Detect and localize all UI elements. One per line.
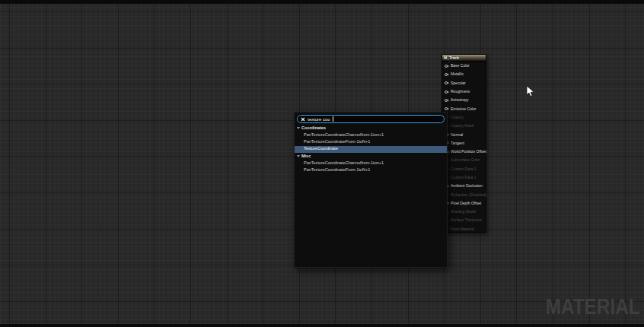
node-pin-row[interactable]: Specular	[442, 79, 486, 87]
result-item-selected[interactable]: TextureCoordinate	[295, 146, 447, 153]
pin-circle-arrow-icon[interactable]	[445, 81, 449, 85]
text-caret	[333, 116, 333, 122]
pin-circle-arrow-icon[interactable]	[445, 106, 449, 111]
mouse-cursor-icon	[526, 85, 535, 98]
group-label: Misc	[301, 154, 311, 159]
pin-label: Pixel Depth Offset	[451, 202, 481, 205]
pin-label: Metallic	[451, 72, 464, 76]
node-pin-row[interactable]: Front Material	[442, 225, 486, 233]
pin-label: Base Color	[451, 64, 470, 68]
result-item[interactable]: PanTextureCoordinateFrom-1toN+1	[295, 167, 447, 173]
node-pin-row[interactable]: Opacity	[442, 113, 486, 122]
pin-label: Custom Data 0	[451, 167, 476, 171]
node-title: M_Track	[444, 56, 459, 60]
letterbox-top	[0, 0, 644, 4]
node-pin-row[interactable]: Ambient Occlusion	[442, 182, 486, 190]
material-result-node[interactable]: M_Track Base ColorMetallicSpecularRoughn…	[442, 54, 486, 233]
pin-label: Shading Model	[451, 210, 476, 214]
pin-label: Emissive Color	[451, 107, 476, 111]
pin-label: Custom Data 1	[451, 176, 476, 179]
pin-label: Anisotropy	[451, 98, 469, 102]
pin-label: Roughness	[451, 90, 470, 94]
pin-circle-arrow-icon[interactable]	[445, 98, 449, 103]
letterbox-bottom	[0, 324, 644, 327]
pin-label: Subsurface Color	[451, 158, 480, 162]
node-pin-row[interactable]: Tangent	[442, 139, 486, 148]
node-pin-row[interactable]: Base Color	[442, 62, 486, 70]
pin-label: Specular	[451, 81, 466, 85]
node-pin-row[interactable]: Metallic	[442, 70, 486, 78]
node-pin-row[interactable]: Pixel Depth Offset	[442, 199, 486, 208]
pin-label: Surface Thickness	[451, 218, 482, 222]
node-pin-row[interactable]: Shading Model	[442, 208, 486, 216]
node-pin-row[interactable]: Subsurface Color	[442, 156, 486, 164]
search-input[interactable]: texture coo	[297, 115, 445, 123]
node-header[interactable]: M_Track	[442, 55, 486, 62]
node-pin-list: Base ColorMetallicSpecularRoughnessAniso…	[442, 62, 486, 233]
node-pin-row[interactable]: Emissive Color	[442, 104, 486, 113]
result-item[interactable]: PanTextureCoordinateChannelfrom-1ton+1	[295, 160, 447, 167]
node-pin-row[interactable]: Roughness	[442, 87, 486, 96]
graph-watermark: MATERIAL	[546, 296, 640, 318]
node-pin-row[interactable]: Refraction (Disabled)	[442, 190, 486, 198]
chevron-down-icon[interactable]	[297, 127, 300, 129]
pin-label: World Position Offset	[451, 150, 486, 154]
pin-circle-arrow-icon[interactable]	[445, 90, 449, 94]
pin-circle-arrow-icon[interactable]	[445, 72, 449, 77]
result-item-label: PanTextureCoordinateChannelfrom-1ton+1	[304, 133, 384, 138]
node-pin-row[interactable]: Custom Data 1	[442, 173, 486, 182]
node-pin-row[interactable]: Normal	[442, 130, 486, 138]
group-label: Coordinates	[301, 126, 326, 131]
pin-label: Normal	[451, 133, 463, 137]
result-group-header[interactable]: Coordinates	[295, 125, 447, 132]
node-pin-row[interactable]: Opacity Mask	[442, 122, 486, 130]
search-query-text: texture coo	[308, 117, 330, 122]
pin-label: Opacity	[451, 116, 464, 119]
result-item-label: PanTextureCoordinateFrom-1toN+1	[304, 168, 370, 173]
pin-label: Ambient Occlusion	[451, 184, 483, 188]
result-group-header[interactable]: Misc	[295, 153, 447, 160]
node-pin-row[interactable]: Custom Data 0	[442, 165, 486, 173]
chevron-down-icon[interactable]	[297, 155, 300, 157]
pin-label: Refraction (Disabled)	[451, 193, 486, 197]
result-item-label: PanTextureCoordinateFrom-1toN+1	[304, 140, 370, 144]
node-pin-row[interactable]: Surface Thickness	[442, 216, 486, 224]
material-editor-frame: MATERIAL M_Track Base ColorMetallicSpecu…	[0, 0, 644, 327]
result-item-label: TextureCoordinate	[304, 147, 338, 151]
result-item[interactable]: PanTextureCoordinateFrom-1toN+1	[295, 138, 447, 145]
result-item-label: PanTextureCoordinateChannelfrom-1ton+1	[304, 161, 384, 166]
search-results-list: CoordinatesPanTextureCoordinateChannelfr…	[295, 125, 447, 173]
node-pin-row[interactable]: World Position Offset	[442, 148, 486, 156]
clear-search-icon[interactable]	[301, 117, 305, 122]
pin-circle-arrow-icon[interactable]	[445, 64, 449, 68]
node-search-popup: texture coo CoordinatesPanTextureCoordin…	[294, 112, 448, 268]
result-item[interactable]: PanTextureCoordinateChannelfrom-1ton+1	[295, 132, 447, 138]
pin-label: Tangent	[451, 141, 464, 145]
pin-label: Opacity Mask	[451, 124, 473, 128]
pin-label: Front Material	[451, 227, 474, 231]
node-pin-row[interactable]: Anisotropy	[442, 96, 486, 104]
